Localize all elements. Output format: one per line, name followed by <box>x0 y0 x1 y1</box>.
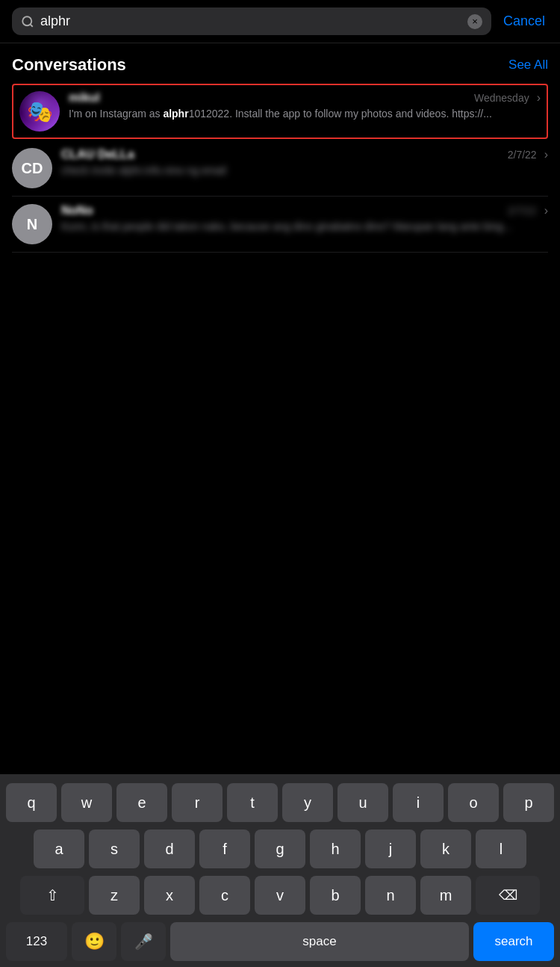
avatar: CD <box>12 148 52 188</box>
conversation-content: NoNo 2/7/22 › Kunn, is that people did t… <box>61 204 548 235</box>
conversation-name: mikul <box>69 91 100 105</box>
conversation-name: CLAU DeLLa <box>61 148 134 161</box>
key-i[interactable]: i <box>393 783 444 822</box>
key-t[interactable]: t <box>227 783 278 822</box>
keyboard: q w e r t y u i o p a s d f g h j k l ⇧ … <box>0 774 560 967</box>
search-bar: × Cancel <box>0 0 560 43</box>
key-h[interactable]: h <box>310 829 361 868</box>
key-l[interactable]: l <box>476 829 526 868</box>
conversation-date: 2/7/22 <box>508 205 537 217</box>
key-e[interactable]: e <box>116 783 167 822</box>
key-x[interactable]: x <box>144 876 195 915</box>
key-k[interactable]: k <box>420 829 471 868</box>
avatar <box>19 91 60 132</box>
emoji-key[interactable]: 🙂 <box>72 922 116 961</box>
conversations-section: Conversations See All mikul Wednesday › … <box>0 43 560 253</box>
svg-point-0 <box>22 16 31 25</box>
conversation-top: CLAU DeLLa 2/7/22 › <box>61 148 548 161</box>
key-a[interactable]: a <box>34 829 84 868</box>
conversations-list: mikul Wednesday › I'm on Instagram as al… <box>12 84 548 253</box>
conversation-content: CLAU DeLLa 2/7/22 › check invite alphr.i… <box>61 148 548 179</box>
key-r[interactable]: r <box>172 783 223 822</box>
conversation-item[interactable]: N NoNo 2/7/22 › Kunn, is that people did… <box>12 197 548 253</box>
chevron-icon: › <box>544 204 548 217</box>
key-v[interactable]: v <box>255 876 305 915</box>
conversation-date: 2/7/22 <box>508 149 537 161</box>
cancel-button[interactable]: Cancel <box>500 13 548 29</box>
keyboard-bottom-row: 123 🙂 🎤 space search <box>6 922 554 961</box>
conversations-header: Conversations See All <box>12 55 548 75</box>
search-icon <box>21 15 34 28</box>
numbers-key[interactable]: 123 <box>6 922 67 961</box>
key-b[interactable]: b <box>310 876 361 915</box>
svg-line-1 <box>30 24 32 26</box>
key-s[interactable]: s <box>89 829 140 868</box>
key-w[interactable]: w <box>61 783 112 822</box>
key-f[interactable]: f <box>199 829 250 868</box>
space-key[interactable]: space <box>170 922 469 961</box>
keyboard-row-2: a s d f g h j k l <box>6 829 554 868</box>
avatar: N <box>12 204 52 244</box>
conversation-date: Wednesday <box>474 92 529 104</box>
chevron-icon: › <box>544 148 548 161</box>
backspace-key[interactable]: ⌫ <box>476 876 540 915</box>
search-key[interactable]: search <box>473 922 554 961</box>
key-o[interactable]: o <box>448 783 499 822</box>
conversation-preview: I'm on Instagram as alphr1012022. Instal… <box>69 107 541 122</box>
key-z[interactable]: z <box>89 876 140 915</box>
key-j[interactable]: j <box>365 829 416 868</box>
key-p[interactable]: p <box>503 783 554 822</box>
search-highlight: alphr <box>163 108 188 120</box>
conversation-name: NoNo <box>61 204 93 217</box>
key-q[interactable]: q <box>6 783 57 822</box>
key-n[interactable]: n <box>365 876 416 915</box>
keyboard-row-1: q w e r t y u i o p <box>6 783 554 822</box>
chevron-icon: › <box>537 91 541 105</box>
conversation-content: mikul Wednesday › I'm on Instagram as al… <box>69 91 541 122</box>
search-input-wrap: × <box>12 7 491 35</box>
keyboard-row-3: ⇧ z x c v b n m ⌫ <box>6 876 554 915</box>
conversation-preview: check invite alphr.info.nino ng email <box>61 164 548 179</box>
key-y[interactable]: y <box>282 783 333 822</box>
key-d[interactable]: d <box>144 829 195 868</box>
key-c[interactable]: c <box>199 876 250 915</box>
key-u[interactable]: u <box>337 783 388 822</box>
key-m[interactable]: m <box>420 876 471 915</box>
search-input[interactable] <box>40 13 461 29</box>
clear-search-button[interactable]: × <box>467 14 482 29</box>
see-all-button[interactable]: See All <box>508 58 548 72</box>
conversation-top: NoNo 2/7/22 › <box>61 204 548 217</box>
key-g[interactable]: g <box>255 829 305 868</box>
conversation-preview: Kunn, is that people did takon nako, bec… <box>61 220 548 235</box>
shift-key[interactable]: ⇧ <box>20 876 84 915</box>
conversation-top: mikul Wednesday › <box>69 91 541 105</box>
microphone-key[interactable]: 🎤 <box>121 922 166 961</box>
conversations-title: Conversations <box>12 55 126 75</box>
conversation-item[interactable]: CD CLAU DeLLa 2/7/22 › check invite alph… <box>12 140 548 197</box>
conversation-item[interactable]: mikul Wednesday › I'm on Instagram as al… <box>12 84 548 139</box>
